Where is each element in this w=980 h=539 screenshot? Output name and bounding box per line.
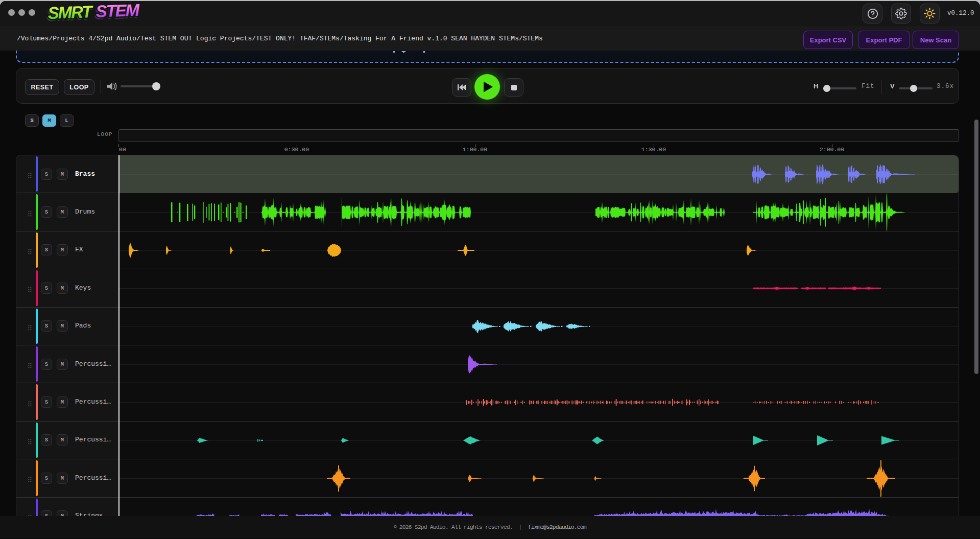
svg-text:SMRT: SMRT	[47, 2, 94, 22]
svg-text:STEM: STEM	[95, 1, 140, 21]
